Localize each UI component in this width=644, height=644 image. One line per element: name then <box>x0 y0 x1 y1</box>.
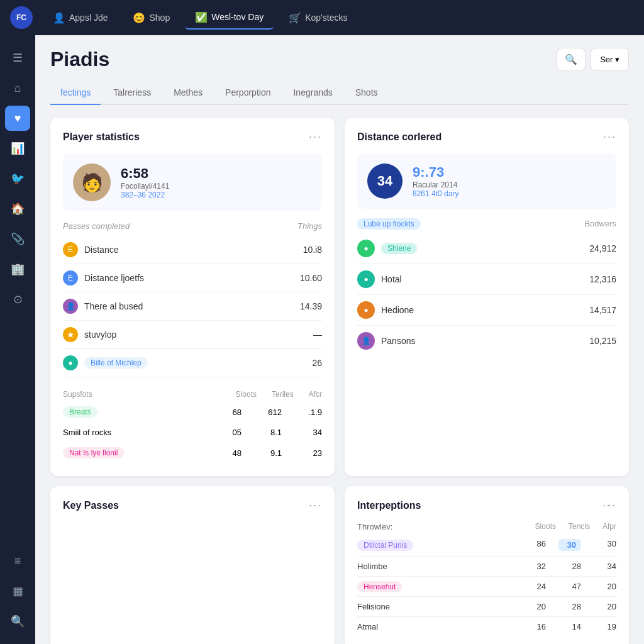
nat-col1: 9.1 <box>257 448 282 458</box>
dist-left-pansons: 👤 Pansons <box>357 332 415 350</box>
distance-info: 9:.73 Racular 2014 8261 4t0 dary <box>413 164 458 198</box>
dist-left-shiene: ● Shiene <box>357 240 417 257</box>
tab-shots[interactable]: Shots <box>345 81 388 105</box>
sidebar-item-clip[interactable]: 📎 <box>5 226 30 252</box>
user-icon: 👤 <box>53 12 65 24</box>
tab-fectings[interactable]: fectings <box>50 81 101 105</box>
app-logo: FC <box>10 6 33 29</box>
dist-label-hotal: Hotal <box>381 274 402 284</box>
search-button[interactable]: 🔍 <box>557 48 586 71</box>
dist-left-hotal: ● Hotal <box>357 270 402 288</box>
sub-row-nat-cols: 48 9.1 23 <box>216 448 322 458</box>
stat-label-stuvylop: stuvylop <box>84 330 116 340</box>
sub-row-nat: Nat Is lye llonil 48 9.1 23 <box>63 442 322 464</box>
stat-row-distance: E Distance 10.i8 <box>63 236 322 264</box>
stat-label-ljoetfs: Distance ljoetfs <box>84 273 144 283</box>
interceptions-title: Interpeptions <box>357 500 421 511</box>
passes-right: Things <box>297 221 322 231</box>
stat-value-bille: 26 <box>312 358 322 368</box>
int-cols-holimbe: 32 28 34 <box>523 562 616 571</box>
dist-value-shiene: 24,912 <box>589 243 616 253</box>
int-label-dtiictal: Dtiictal Punis <box>357 540 523 550</box>
nav-tab-weslday[interactable]: ✅ Wesl-tov Day <box>185 6 274 30</box>
shiene-badge: Shiene <box>381 243 417 254</box>
nav-tab-kopstecks-label: Kop'stecks <box>305 13 347 23</box>
interceptions-header: Interpeptions ·-· <box>357 499 616 512</box>
hensehut-col2: 20 <box>594 582 616 591</box>
int-label-hensehut: Hensehut <box>357 582 523 591</box>
player-profile: 🧑 6:58 Focollayl/4141 382–36 2022 <box>63 153 322 211</box>
sidebar-item-heart[interactable]: ♥ <box>5 106 30 131</box>
hensehut-badge: Hensehut <box>357 581 402 592</box>
shiene-icon: ● <box>357 240 375 257</box>
player-stats-menu[interactable]: ··· <box>309 130 322 143</box>
stat-left-stuvylop: ★ stuvylop <box>63 327 116 342</box>
player-number: 6:58 <box>121 165 169 182</box>
stat-value-there-al: 14.39 <box>300 301 322 311</box>
distance-label: Racular 2014 <box>413 180 458 189</box>
passes-section-header: Passes completed Things <box>63 221 322 231</box>
stat-label-distance: Distance <box>84 245 118 255</box>
smiil-col0: 05 <box>216 428 242 437</box>
sidebar-item-search[interactable]: 🔍 <box>5 609 30 634</box>
sub-row-breats-label: Breats <box>63 406 216 418</box>
smiil-col1: 8.1 <box>257 428 282 437</box>
distance-icon: E <box>63 242 78 257</box>
dtiictal-col1: 30 <box>558 539 581 551</box>
breats-col0: 68 <box>216 408 242 417</box>
interceptions-card: Interpeptions ·-· Throwlev: Sloots Tencl… <box>345 486 629 644</box>
ser-button[interactable]: Ser ▾ <box>591 48 629 71</box>
hensehut-col0: 24 <box>523 582 546 591</box>
distance-menu[interactable]: ··· <box>603 130 616 143</box>
int-col-labels: Sloots Tencls Afpr <box>535 522 616 531</box>
bille-badge: Bille of Michlep <box>84 357 148 369</box>
tab-perporption[interactable]: Perporption <box>215 81 280 105</box>
holimbe-col0: 32 <box>523 562 546 571</box>
page-title: Piadis <box>50 48 109 71</box>
felisione-col0: 20 <box>523 602 546 611</box>
breats-badge: Breats <box>63 406 97 418</box>
atmal-col2: 19 <box>594 622 616 631</box>
sub-row-smiil: Smiil of rocks 05 8.1 34 <box>63 423 322 442</box>
shop-icon: 😊 <box>133 12 145 24</box>
smiil-col2: 34 <box>297 428 322 437</box>
sidebar-item-building[interactable]: 🏢 <box>5 257 30 282</box>
stat-left-bille: ● Bille of Michlep <box>63 355 148 370</box>
nav-tab-kopstecks[interactable]: 🛒 Kop'stecks <box>279 7 357 29</box>
sidebar-item-circle[interactable]: ⊙ <box>5 287 30 312</box>
nat-col2: 23 <box>297 448 322 458</box>
dist-left-hedione: ● Hedione <box>357 301 414 319</box>
dist-value-pansons: 10,215 <box>589 336 616 346</box>
breats-col1: 612 <box>257 408 282 417</box>
sub-table: Supsfots Sloots Teriles Afcr Breats <box>63 385 322 464</box>
sub-table-header: Supsfots Sloots Teriles Afcr <box>63 385 322 401</box>
int-row-hensehut: Hensehut 24 47 20 <box>357 577 616 597</box>
sidebar-item-chart[interactable]: 📊 <box>5 136 30 161</box>
stat-left-there-al: 👤 There al bused <box>63 299 143 314</box>
pansons-icon: 👤 <box>357 332 375 350</box>
tab-methes[interactable]: Methes <box>164 81 213 105</box>
dist-value-hotal: 12,316 <box>589 274 616 284</box>
sidebar-item-home[interactable]: ⌂ <box>5 75 30 101</box>
sidebar-item-house[interactable]: 🏠 <box>5 196 30 221</box>
player-statistics-card: Player statistics ··· 🧑 6:58 Focollayl/4… <box>50 118 335 476</box>
dtiictal-badge: Dtiictal Punis <box>357 540 413 551</box>
sidebar-item-lines[interactable]: ≡ <box>5 548 30 574</box>
tab-talreriess[interactable]: Talreriess <box>103 81 161 105</box>
int-label-atmal: Atmal <box>357 622 523 631</box>
key-passes-menu[interactable]: ··· <box>309 499 322 512</box>
sidebar-item-bars[interactable]: ▦ <box>5 579 30 604</box>
nav-tab-appsl[interactable]: 👤 Appsl Jde <box>43 7 118 29</box>
nav-tab-appsl-label: Appsl Jde <box>69 13 108 23</box>
sidebar-item-menu[interactable]: ☰ <box>5 45 30 70</box>
nav-tab-shop[interactable]: 😊 Shop <box>123 7 180 29</box>
tab-inegrands[interactable]: Inegrands <box>283 81 342 105</box>
stat-label-there-al: There al bused <box>84 301 143 311</box>
sidebar-item-bird[interactable]: 🐦 <box>5 166 30 191</box>
nat-col0: 48 <box>216 448 242 458</box>
interceptions-menu[interactable]: ·-· <box>602 499 616 512</box>
int-row-holimbe: Holimbe 32 28 34 <box>357 557 616 577</box>
dist-label-pansons: Pansons <box>381 336 415 346</box>
sub-row-breats: Breats 68 612 .1.9 <box>63 401 322 423</box>
stat-value-ljoetfs: 10.60 <box>300 273 322 283</box>
